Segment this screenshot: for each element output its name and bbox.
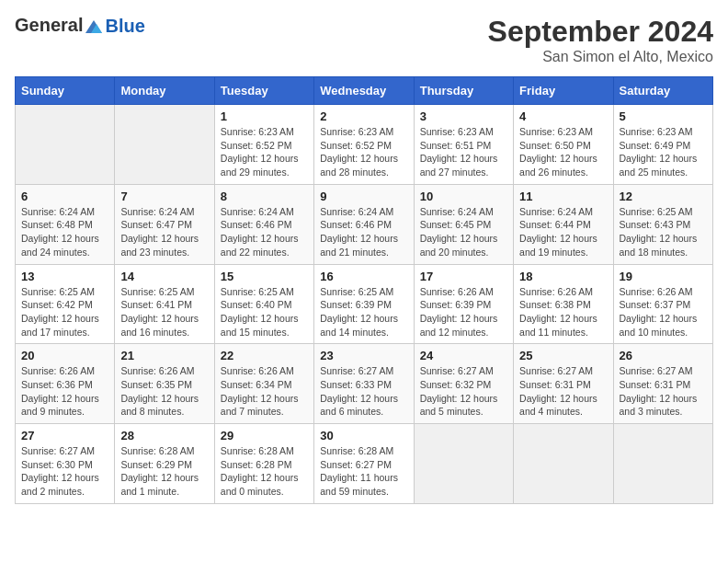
day-detail: Sunrise: 6:25 AMSunset: 6:41 PMDaylight:… <box>120 286 199 338</box>
calendar-cell: 17Sunrise: 6:26 AMSunset: 6:39 PMDayligh… <box>414 264 513 344</box>
day-number: 30 <box>320 429 407 442</box>
day-detail: Sunrise: 6:26 AMSunset: 6:35 PMDaylight:… <box>120 365 199 417</box>
calendar-header-row: SundayMondayTuesdayWednesdayThursdayFrid… <box>16 77 713 105</box>
calendar-cell <box>514 424 613 504</box>
calendar-week-row: 1Sunrise: 6:23 AMSunset: 6:52 PMDaylight… <box>16 105 713 185</box>
main-title: September 2024 <box>488 15 713 49</box>
day-number: 13 <box>21 270 108 283</box>
day-number: 25 <box>519 349 607 362</box>
day-number: 14 <box>120 270 208 283</box>
calendar-cell <box>414 424 513 504</box>
day-number: 12 <box>620 190 707 203</box>
day-number: 24 <box>420 349 507 362</box>
calendar-cell: 1Sunrise: 6:23 AMSunset: 6:52 PMDaylight… <box>214 105 313 185</box>
day-detail: Sunrise: 6:25 AMSunset: 6:42 PMDaylight:… <box>21 286 99 338</box>
calendar-week-row: 6Sunrise: 6:24 AMSunset: 6:48 PMDaylight… <box>16 184 713 264</box>
day-detail: Sunrise: 6:25 AMSunset: 6:40 PMDaylight:… <box>221 286 299 338</box>
day-detail: Sunrise: 6:27 AMSunset: 6:31 PMDaylight:… <box>519 365 597 417</box>
day-detail: Sunrise: 6:26 AMSunset: 6:39 PMDaylight:… <box>420 286 498 338</box>
day-number: 5 <box>620 109 707 123</box>
calendar-cell <box>16 105 115 185</box>
calendar-cell: 26Sunrise: 6:27 AMSunset: 6:31 PMDayligh… <box>613 344 712 424</box>
day-detail: Sunrise: 6:28 AMSunset: 6:27 PMDaylight:… <box>320 445 398 497</box>
day-detail: Sunrise: 6:27 AMSunset: 6:32 PMDaylight:… <box>420 365 498 417</box>
day-number: 9 <box>320 190 407 203</box>
day-detail: Sunrise: 6:24 AMSunset: 6:45 PMDaylight:… <box>420 206 498 258</box>
day-number: 26 <box>620 349 707 362</box>
day-detail: Sunrise: 6:24 AMSunset: 6:44 PMDaylight:… <box>519 206 597 258</box>
logo-blue: Blue <box>105 16 144 36</box>
day-detail: Sunrise: 6:24 AMSunset: 6:47 PMDaylight:… <box>120 206 199 258</box>
calendar-cell: 3Sunrise: 6:23 AMSunset: 6:51 PMDaylight… <box>414 105 513 185</box>
calendar-cell: 7Sunrise: 6:24 AMSunset: 6:47 PMDaylight… <box>115 184 214 264</box>
calendar-cell: 13Sunrise: 6:25 AMSunset: 6:42 PMDayligh… <box>16 264 115 344</box>
day-number: 8 <box>221 190 308 203</box>
day-detail: Sunrise: 6:23 AMSunset: 6:51 PMDaylight:… <box>420 126 498 178</box>
day-detail: Sunrise: 6:28 AMSunset: 6:29 PMDaylight:… <box>120 445 199 497</box>
day-detail: Sunrise: 6:27 AMSunset: 6:31 PMDaylight:… <box>620 365 698 417</box>
calendar-cell: 11Sunrise: 6:24 AMSunset: 6:44 PMDayligh… <box>514 184 613 264</box>
day-number: 1 <box>221 109 308 123</box>
day-detail: Sunrise: 6:26 AMSunset: 6:36 PMDaylight:… <box>21 365 99 417</box>
col-header-thursday: Thursday <box>414 77 513 105</box>
col-header-saturday: Saturday <box>613 77 712 105</box>
logo-icon <box>84 17 104 37</box>
calendar-cell: 22Sunrise: 6:26 AMSunset: 6:34 PMDayligh… <box>214 344 313 424</box>
day-detail: Sunrise: 6:26 AMSunset: 6:37 PMDaylight:… <box>620 286 698 338</box>
day-detail: Sunrise: 6:26 AMSunset: 6:34 PMDaylight:… <box>221 365 299 417</box>
calendar-cell <box>613 424 712 504</box>
calendar-cell: 8Sunrise: 6:24 AMSunset: 6:46 PMDaylight… <box>214 184 313 264</box>
calendar-cell: 20Sunrise: 6:26 AMSunset: 6:36 PMDayligh… <box>16 344 115 424</box>
calendar-cell <box>115 105 214 185</box>
day-detail: Sunrise: 6:24 AMSunset: 6:46 PMDaylight:… <box>320 206 398 258</box>
day-number: 4 <box>519 109 607 123</box>
calendar-cell: 6Sunrise: 6:24 AMSunset: 6:48 PMDaylight… <box>16 184 115 264</box>
calendar-cell: 25Sunrise: 6:27 AMSunset: 6:31 PMDayligh… <box>514 344 613 424</box>
calendar-cell: 27Sunrise: 6:27 AMSunset: 6:30 PMDayligh… <box>16 424 115 504</box>
calendar-cell: 5Sunrise: 6:23 AMSunset: 6:49 PMDaylight… <box>613 105 712 185</box>
calendar-cell: 4Sunrise: 6:23 AMSunset: 6:50 PMDaylight… <box>514 105 613 185</box>
day-number: 28 <box>120 429 208 442</box>
day-number: 3 <box>420 109 507 123</box>
calendar-cell: 21Sunrise: 6:26 AMSunset: 6:35 PMDayligh… <box>115 344 214 424</box>
calendar-cell: 18Sunrise: 6:26 AMSunset: 6:38 PMDayligh… <box>514 264 613 344</box>
day-number: 23 <box>320 349 407 362</box>
day-detail: Sunrise: 6:25 AMSunset: 6:43 PMDaylight:… <box>620 206 698 258</box>
day-number: 21 <box>120 349 208 362</box>
day-number: 16 <box>320 270 407 283</box>
calendar-cell: 12Sunrise: 6:25 AMSunset: 6:43 PMDayligh… <box>613 184 712 264</box>
day-number: 2 <box>320 109 407 123</box>
title-block: September 2024 San Simon el Alto, Mexico <box>488 15 713 65</box>
calendar-cell: 14Sunrise: 6:25 AMSunset: 6:41 PMDayligh… <box>115 264 214 344</box>
col-header-wednesday: Wednesday <box>314 77 414 105</box>
calendar-cell: 15Sunrise: 6:25 AMSunset: 6:40 PMDayligh… <box>214 264 313 344</box>
page-header: General Blue September 2024 San Simon el… <box>15 15 713 65</box>
day-number: 17 <box>420 270 507 283</box>
day-number: 22 <box>221 349 308 362</box>
day-detail: Sunrise: 6:23 AMSunset: 6:50 PMDaylight:… <box>519 126 597 178</box>
day-number: 10 <box>420 190 507 203</box>
day-detail: Sunrise: 6:28 AMSunset: 6:28 PMDaylight:… <box>221 445 299 497</box>
calendar-week-row: 27Sunrise: 6:27 AMSunset: 6:30 PMDayligh… <box>16 424 713 504</box>
day-number: 27 <box>21 429 108 442</box>
day-number: 29 <box>221 429 308 442</box>
day-detail: Sunrise: 6:23 AMSunset: 6:52 PMDaylight:… <box>221 126 299 178</box>
calendar-cell: 29Sunrise: 6:28 AMSunset: 6:28 PMDayligh… <box>214 424 313 504</box>
calendar-cell: 16Sunrise: 6:25 AMSunset: 6:39 PMDayligh… <box>314 264 414 344</box>
logo: General Blue <box>15 15 145 37</box>
calendar-cell: 10Sunrise: 6:24 AMSunset: 6:45 PMDayligh… <box>414 184 513 264</box>
day-detail: Sunrise: 6:24 AMSunset: 6:48 PMDaylight:… <box>21 206 99 258</box>
day-number: 6 <box>21 190 108 203</box>
calendar-week-row: 13Sunrise: 6:25 AMSunset: 6:42 PMDayligh… <box>16 264 713 344</box>
day-number: 18 <box>519 270 607 283</box>
day-number: 15 <box>221 270 308 283</box>
calendar-cell: 2Sunrise: 6:23 AMSunset: 6:52 PMDaylight… <box>314 105 414 185</box>
day-number: 7 <box>120 190 208 203</box>
day-detail: Sunrise: 6:23 AMSunset: 6:49 PMDaylight:… <box>620 126 698 178</box>
calendar-cell: 23Sunrise: 6:27 AMSunset: 6:33 PMDayligh… <box>314 344 414 424</box>
col-header-friday: Friday <box>514 77 613 105</box>
logo-text: General <box>15 15 104 37</box>
calendar-cell: 24Sunrise: 6:27 AMSunset: 6:32 PMDayligh… <box>414 344 513 424</box>
day-detail: Sunrise: 6:24 AMSunset: 6:46 PMDaylight:… <box>221 206 299 258</box>
day-number: 11 <box>519 190 607 203</box>
